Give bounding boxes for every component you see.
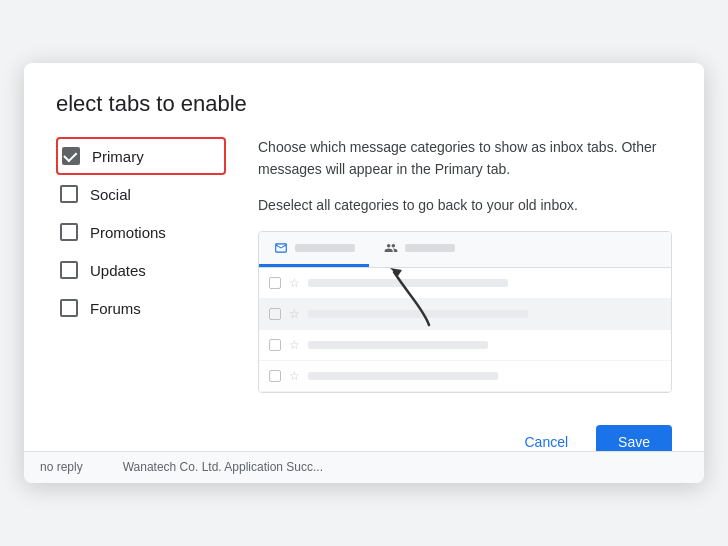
preview-line-1 bbox=[308, 279, 508, 287]
checkbox-promotions[interactable] bbox=[60, 223, 78, 241]
preview-star-1: ☆ bbox=[289, 276, 300, 290]
description-2: Deselect all categories to go back to yo… bbox=[258, 195, 672, 217]
social-icon bbox=[383, 240, 399, 256]
preview-checkbox-3 bbox=[269, 339, 281, 351]
checkbox-social[interactable] bbox=[60, 185, 78, 203]
dialog-content: Primary Social Promotions Updates Forums… bbox=[56, 137, 672, 392]
tab-item-primary[interactable]: Primary bbox=[56, 137, 226, 175]
preview-tab-primary-text bbox=[295, 244, 355, 252]
preview-row-1: ☆ bbox=[259, 268, 671, 299]
bottom-bar: no reply Wanatech Co. Ltd. Application S… bbox=[24, 451, 704, 483]
preview-checkbox-4 bbox=[269, 370, 281, 382]
preview-line-3 bbox=[308, 341, 488, 349]
checkbox-primary[interactable] bbox=[62, 147, 80, 165]
tab-item-promotions[interactable]: Promotions bbox=[56, 213, 226, 251]
dialog-title: elect tabs to enable bbox=[56, 91, 672, 117]
bottom-left-text: no reply bbox=[40, 460, 83, 474]
inbox-preview: ☆ ☆ ☆ ☆ bbox=[258, 231, 672, 393]
tab-item-social[interactable]: Social bbox=[56, 175, 226, 213]
tab-label-forums: Forums bbox=[90, 300, 141, 317]
preview-tab-social-text bbox=[405, 244, 455, 252]
select-tabs-dialog: elect tabs to enable Primary Social Prom… bbox=[24, 63, 704, 482]
tab-label-updates: Updates bbox=[90, 262, 146, 279]
tab-list: Primary Social Promotions Updates Forums bbox=[56, 137, 226, 392]
right-panel: Choose which message categories to show … bbox=[258, 137, 672, 392]
preview-checkbox-1 bbox=[269, 277, 281, 289]
preview-star-4: ☆ bbox=[289, 369, 300, 383]
preview-tab-social bbox=[369, 232, 469, 267]
preview-row-4: ☆ bbox=[259, 361, 671, 392]
tab-item-updates[interactable]: Updates bbox=[56, 251, 226, 289]
preview-tab-bar bbox=[259, 232, 671, 268]
preview-checkbox-2 bbox=[269, 308, 281, 320]
preview-line-2 bbox=[308, 310, 528, 318]
inbox-icon bbox=[273, 240, 289, 256]
tab-label-primary: Primary bbox=[92, 148, 144, 165]
tab-label-social: Social bbox=[90, 186, 131, 203]
preview-star-2: ☆ bbox=[289, 307, 300, 321]
checkbox-updates[interactable] bbox=[60, 261, 78, 279]
preview-tab-primary bbox=[259, 232, 369, 267]
tab-item-forums[interactable]: Forums bbox=[56, 289, 226, 327]
checkbox-forums[interactable] bbox=[60, 299, 78, 317]
preview-row-3: ☆ bbox=[259, 330, 671, 361]
preview-star-3: ☆ bbox=[289, 338, 300, 352]
description-1: Choose which message categories to show … bbox=[258, 137, 672, 180]
tab-label-promotions: Promotions bbox=[90, 224, 166, 241]
preview-line-4 bbox=[308, 372, 498, 380]
preview-row-2: ☆ bbox=[259, 299, 671, 330]
bottom-right-text: Wanatech Co. Ltd. Application Succ... bbox=[123, 460, 323, 474]
